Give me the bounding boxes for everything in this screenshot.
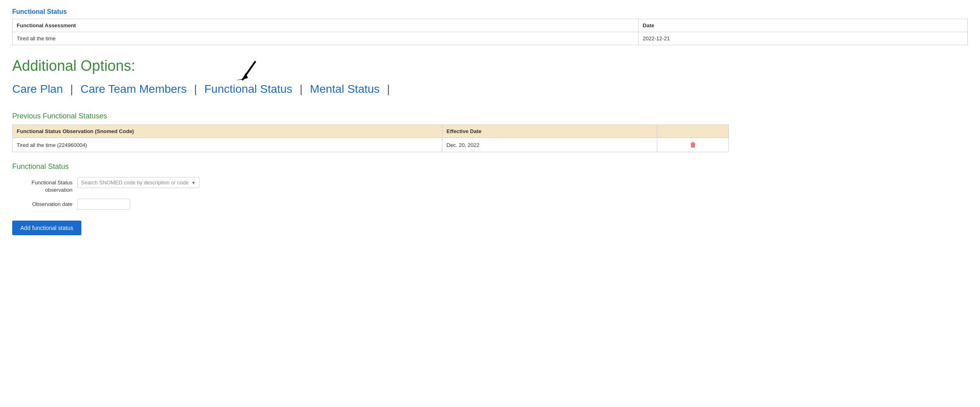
prev-table-header-action (657, 125, 729, 138)
table-row: Tired all the time (224960004) Dec. 20, … (13, 138, 729, 152)
prev-table-header-date: Effective Date (442, 125, 657, 138)
nav-separator-4: | (387, 83, 390, 96)
nav-link-mental-status[interactable]: Mental Status (306, 83, 384, 96)
observation-row: Functional Statusobservation Search SNOM… (12, 177, 968, 194)
top-table-header-assessment: Functional Assessment (13, 19, 639, 32)
date-row: Observation date (12, 199, 968, 210)
delete-icon[interactable]: 🗑 (690, 141, 696, 148)
add-functional-status-button[interactable]: Add functional status (12, 221, 81, 235)
dropdown-arrow-icon: ▼ (191, 180, 196, 185)
observation-control: Search SNOMED code by description or cod… (77, 177, 968, 188)
date-control (77, 199, 968, 210)
prev-table-date-cell: Dec. 20, 2022 (442, 138, 657, 152)
top-functional-status-title: Functional Status (12, 8, 968, 15)
top-table-header-date: Date (639, 19, 968, 32)
top-functional-status-table: Functional Assessment Date Tired all the… (12, 19, 968, 45)
nav-links-container: Care Plan | Care Team Members | Function… (12, 83, 968, 96)
nav-separator-2: | (194, 83, 197, 96)
functional-status-form-title: Functional Status (12, 162, 968, 171)
nav-link-care-plan[interactable]: Care Plan (12, 83, 67, 96)
top-table-date-cell: 2022-12-21 (639, 32, 968, 45)
nav-separator-1: | (70, 83, 73, 96)
top-table-assessment-cell: Tired all the time (13, 32, 639, 45)
nav-links: Care Plan | Care Team Members | Function… (12, 83, 968, 96)
nav-separator-3: | (300, 83, 302, 96)
additional-options-heading: Additional Options: (12, 57, 968, 74)
prev-table-header-observation: Functional Status Observation (Snomed Co… (13, 125, 442, 138)
nav-link-care-team-members[interactable]: Care Team Members (77, 83, 191, 96)
snomed-search-dropdown[interactable]: Search SNOMED code by description or cod… (77, 177, 199, 188)
date-label: Observation date (12, 199, 77, 208)
arrow-indicator (232, 58, 260, 88)
table-row: Tired all the time 2022-12-21 (13, 32, 968, 45)
previous-statuses-heading: Previous Functional Statuses (12, 112, 968, 120)
observation-date-input[interactable] (77, 199, 130, 210)
prev-table-observation-cell: Tired all the time (224960004) (13, 138, 442, 152)
prev-table-action-cell: 🗑 (657, 138, 729, 152)
observation-label: Functional Statusobservation (12, 177, 77, 194)
previous-statuses-table: Functional Status Observation (Snomed Co… (12, 125, 729, 152)
snomed-search-placeholder: Search SNOMED code by description or cod… (81, 179, 189, 186)
